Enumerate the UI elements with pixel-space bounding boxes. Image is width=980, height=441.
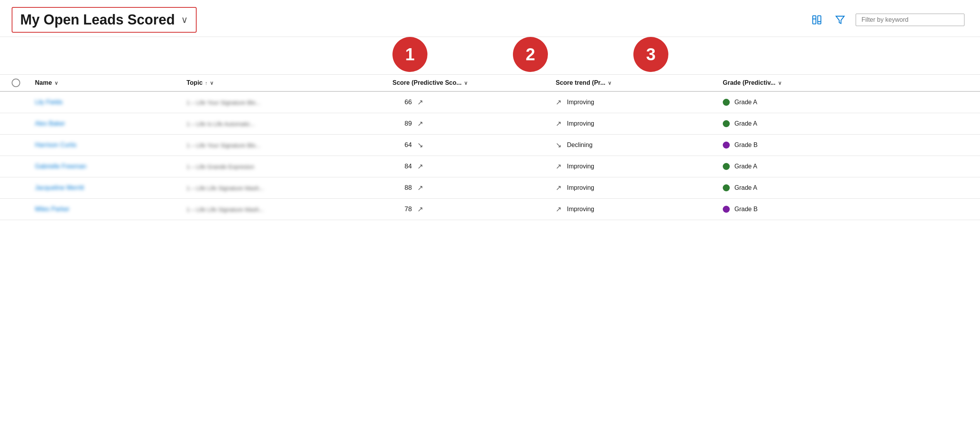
- table-row: Alex Baker 1 – Life Is Life Automatic...…: [0, 113, 980, 135]
- row-grade-cell-5: Grade B: [723, 206, 968, 213]
- badge-1: 1: [392, 37, 427, 72]
- view-title-wrapper[interactable]: My Open Leads Scored ∨: [12, 7, 197, 33]
- col-header-trend[interactable]: Score trend (Pr... ∨: [556, 79, 723, 86]
- table-body: Lily Fields 1 – Life Your Signature Blo.…: [0, 92, 980, 441]
- row-score-trend-arrow-0: ↗: [417, 98, 423, 107]
- select-all-checkbox[interactable]: [12, 79, 20, 87]
- table-row: Gabrielle Freeman 1 – Life Grande Expres…: [0, 156, 980, 177]
- row-grade-cell-4: Grade A: [723, 184, 968, 191]
- page-container: My Open Leads Scored ∨: [0, 0, 980, 441]
- row-trend-cell-2: ↘ Declining: [556, 141, 723, 149]
- header-actions: [809, 12, 964, 28]
- row-score-3: 84: [392, 163, 412, 170]
- row-score-trend-arrow-4: ↗: [417, 184, 423, 192]
- row-trend-cell-3: ↗ Improving: [556, 162, 723, 171]
- svg-rect-1: [818, 16, 821, 24]
- row-score-5: 78: [392, 205, 412, 213]
- title-chevron-icon: ∨: [181, 14, 188, 25]
- column-settings-button[interactable]: [809, 12, 825, 28]
- filter-button[interactable]: [832, 12, 848, 28]
- table-row: Harrison Curtis 1 – Life Your Signature …: [0, 135, 980, 156]
- row-topic-2: 1 – Life Your Signature Blo...: [187, 142, 392, 149]
- row-grade-dot-5: [723, 206, 730, 213]
- row-trend-cell-0: ↗ Improving: [556, 98, 723, 107]
- col-header-grade[interactable]: Grade (Predictiv... ∨: [723, 79, 968, 86]
- row-trend-cell-5: ↗ Improving: [556, 205, 723, 214]
- row-topic-0: 1 – Life Your Signature Blo...: [187, 99, 392, 106]
- header: My Open Leads Scored ∨: [0, 0, 980, 37]
- row-grade-cell-2: Grade B: [723, 142, 968, 149]
- name-sort-icon: ∨: [54, 80, 58, 86]
- row-grade-label-4: Grade A: [734, 184, 757, 191]
- col-header-name[interactable]: Name ∨: [35, 79, 187, 86]
- row-grade-dot-0: [723, 99, 730, 106]
- row-name-4[interactable]: Jacqueline Merritt: [35, 184, 187, 191]
- row-score-cell-2: 64 ↘: [392, 141, 556, 149]
- col-header-check: [12, 79, 35, 87]
- row-trend-cell-4: ↗ Improving: [556, 184, 723, 192]
- row-score-trend-arrow-5: ↗: [417, 205, 423, 214]
- filter-input[interactable]: [861, 16, 959, 23]
- row-score-4: 88: [392, 184, 412, 192]
- row-trend-arrow-0: ↗: [556, 98, 561, 107]
- row-trend-arrow-4: ↗: [556, 184, 561, 192]
- row-score-cell-3: 84 ↗: [392, 162, 556, 171]
- score-dropdown-icon: ∨: [464, 80, 468, 86]
- row-score-0: 66: [392, 98, 412, 106]
- badge-row: 1 2 3: [0, 37, 980, 72]
- topic-dropdown-icon: ∨: [210, 80, 214, 86]
- row-score-cell-1: 89 ↗: [392, 119, 556, 128]
- row-name-2[interactable]: Harrison Curtis: [35, 142, 187, 149]
- row-trend-arrow-1: ↗: [556, 119, 561, 128]
- row-grade-label-2: Grade B: [734, 142, 758, 149]
- col-header-topic[interactable]: Topic ↑ ∨: [187, 79, 392, 86]
- row-trend-label-2: Declining: [567, 142, 593, 149]
- col-header-score[interactable]: Score (Predictive Sco... ∨: [392, 79, 556, 86]
- row-trend-arrow-5: ↗: [556, 205, 561, 214]
- row-trend-label-4: Improving: [567, 184, 594, 191]
- row-score-2: 64: [392, 141, 412, 149]
- row-score-cell-0: 66 ↗: [392, 98, 556, 107]
- column-header-row: Name ∨ Topic ↑ ∨ Score (Predictive Sco..…: [0, 74, 980, 92]
- badge-2: 2: [513, 37, 548, 72]
- grade-dropdown-icon: ∨: [778, 80, 782, 86]
- row-grade-dot-2: [723, 142, 730, 149]
- row-grade-cell-1: Grade A: [723, 120, 968, 127]
- row-score-cell-4: 88 ↗: [392, 184, 556, 192]
- row-grade-label-3: Grade A: [734, 163, 757, 170]
- row-topic-3: 1 – Life Grande Expresion: [187, 163, 392, 170]
- row-trend-arrow-2: ↘: [556, 141, 561, 149]
- table-row: Jacqueline Merritt 1 – Life Life Signatu…: [0, 177, 980, 199]
- row-trend-cell-1: ↗ Improving: [556, 119, 723, 128]
- row-trend-arrow-3: ↗: [556, 162, 561, 171]
- row-topic-5: 1 – Life Life Signature Mash...: [187, 206, 392, 213]
- filter-input-wrapper: [856, 14, 964, 26]
- row-trend-label-1: Improving: [567, 120, 594, 127]
- row-trend-label-3: Improving: [567, 163, 594, 170]
- row-topic-1: 1 – Life Is Life Automatic...: [187, 121, 392, 127]
- badge-3: 3: [633, 37, 668, 72]
- trend-dropdown-icon: ∨: [608, 80, 612, 86]
- page-title: My Open Leads Scored: [20, 12, 175, 28]
- table-row: Lily Fields 1 – Life Your Signature Blo.…: [0, 92, 980, 113]
- row-trend-label-0: Improving: [567, 99, 594, 106]
- row-name-3[interactable]: Gabrielle Freeman: [35, 163, 187, 170]
- row-score-trend-arrow-2: ↘: [417, 141, 423, 149]
- row-grade-dot-4: [723, 184, 730, 191]
- row-trend-label-5: Improving: [567, 206, 594, 213]
- row-grade-dot-1: [723, 120, 730, 127]
- row-name-1[interactable]: Alex Baker: [35, 120, 187, 127]
- table-row: Miles Parker 1 – Life Life Signature Mas…: [0, 199, 980, 220]
- row-grade-label-5: Grade B: [734, 206, 758, 213]
- row-score-1: 89: [392, 120, 412, 128]
- row-grade-dot-3: [723, 163, 730, 170]
- badge-group: 1 2 3: [392, 37, 668, 72]
- row-name-5[interactable]: Miles Parker: [35, 206, 187, 213]
- svg-rect-0: [813, 16, 816, 24]
- topic-asc-icon: ↑: [205, 80, 208, 86]
- row-name-0[interactable]: Lily Fields: [35, 99, 187, 106]
- row-grade-cell-0: Grade A: [723, 99, 968, 106]
- row-score-cell-5: 78 ↗: [392, 205, 556, 214]
- row-grade-cell-3: Grade A: [723, 163, 968, 170]
- row-grade-label-0: Grade A: [734, 99, 757, 106]
